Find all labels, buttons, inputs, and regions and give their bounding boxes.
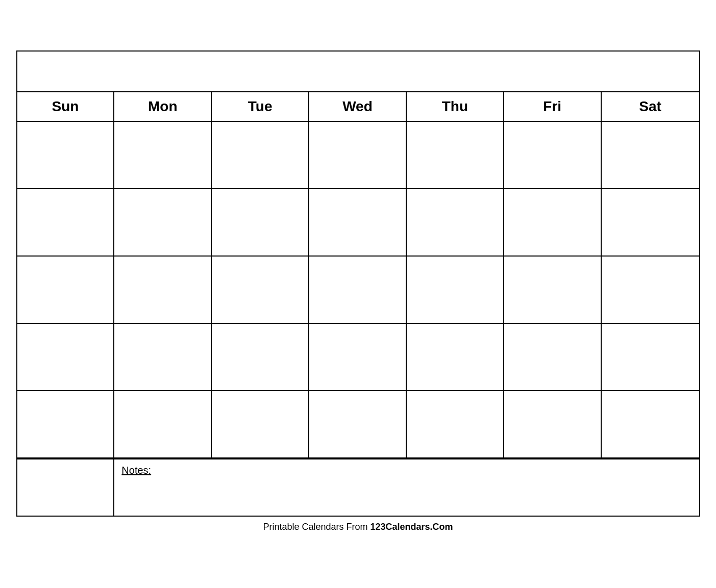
- day-label-fri: Fri: [504, 92, 602, 121]
- cell-2-6: [504, 189, 602, 255]
- calendar-row-4: [17, 324, 699, 391]
- calendar-body: Notes:: [17, 122, 699, 516]
- calendar-title-row: [17, 52, 699, 92]
- calendar-row-3: [17, 257, 699, 324]
- cell-2-4: [309, 189, 407, 255]
- cell-5-6: [504, 391, 602, 457]
- day-label-mon: Mon: [114, 92, 212, 121]
- cell-4-2: [114, 324, 212, 390]
- cell-3-1: [17, 257, 115, 323]
- cell-3-7: [602, 257, 699, 323]
- calendar-row-5: [17, 391, 699, 458]
- cell-5-4: [309, 391, 407, 457]
- footer-brand: 123Calendars.Com: [371, 522, 453, 532]
- calendar-row-2: [17, 189, 699, 257]
- footer-prefix: Printable Calendars From: [263, 522, 370, 532]
- cell-5-1: [17, 391, 115, 457]
- day-label-thu: Thu: [407, 92, 504, 121]
- cell-1-6: [504, 122, 602, 188]
- cell-2-3: [212, 189, 309, 255]
- day-label-tue: Tue: [212, 92, 309, 121]
- calendar-header: Sun Mon Tue Wed Thu Fri Sat: [17, 92, 699, 122]
- cell-3-6: [504, 257, 602, 323]
- cell-4-7: [602, 324, 699, 390]
- cell-1-4: [309, 122, 407, 188]
- cell-5-7: [602, 391, 699, 457]
- notes-label: Notes:: [121, 465, 151, 476]
- cell-5-5: [407, 391, 504, 457]
- day-label-wed: Wed: [309, 92, 407, 121]
- day-label-sat: Sat: [602, 92, 699, 121]
- cell-2-7: [602, 189, 699, 255]
- cell-1-5: [407, 122, 504, 188]
- cell-4-6: [504, 324, 602, 390]
- cell-1-2: [114, 122, 212, 188]
- cell-4-3: [212, 324, 309, 390]
- cell-1-3: [212, 122, 309, 188]
- cell-3-2: [114, 257, 212, 323]
- cell-1-7: [602, 122, 699, 188]
- calendar-row-1: [17, 122, 699, 189]
- cell-4-5: [407, 324, 504, 390]
- cell-2-5: [407, 189, 504, 255]
- cell-3-4: [309, 257, 407, 323]
- notes-row: Notes:: [17, 458, 699, 516]
- cell-2-2: [114, 189, 212, 255]
- cell-5-2: [114, 391, 212, 457]
- calendar-container: Sun Mon Tue Wed Thu Fri Sat: [16, 50, 700, 517]
- footer: Printable Calendars From 123Calendars.Co…: [258, 517, 458, 538]
- notes-cell-empty-1: [17, 459, 115, 516]
- cell-4-1: [17, 324, 115, 390]
- cell-5-3: [212, 391, 309, 457]
- cell-3-3: [212, 257, 309, 323]
- cell-4-4: [309, 324, 407, 390]
- cell-1-1: [17, 122, 115, 188]
- day-label-sun: Sun: [17, 92, 115, 121]
- cell-2-1: [17, 189, 115, 255]
- cell-3-5: [407, 257, 504, 323]
- notes-cell-content: Notes:: [114, 459, 699, 516]
